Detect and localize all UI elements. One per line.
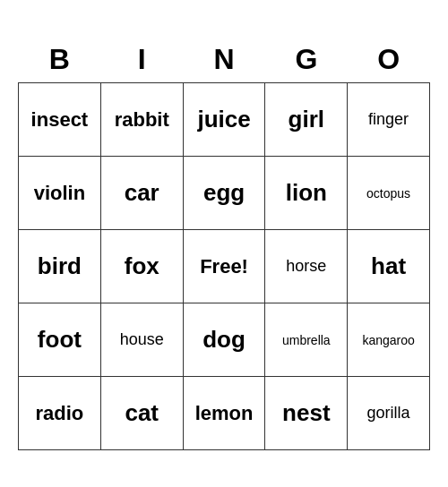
table-row: insectrabbitjuicegirlfinger [19,83,430,157]
bingo-cell-r4-c2: lemon [183,377,265,450]
table-row: foothousedogumbrellakangaroo [19,303,430,377]
bingo-cell-r4-c1: cat [100,377,183,450]
bingo-cell-r1-c4: octopus [348,157,430,230]
bingo-cell-r4-c4: gorilla [348,377,430,450]
bingo-header-B: B [19,37,101,83]
bingo-cell-r3-c2: dog [183,303,265,377]
table-row: radiocatlemonnestgorilla [19,377,430,450]
bingo-cell-r0-c4: finger [348,83,430,157]
bingo-cell-r3-c3: umbrella [265,303,348,377]
bingo-cell-r1-c3: lion [265,157,348,230]
bingo-cell-r3-c1: house [100,303,183,377]
bingo-header-G: G [265,37,348,83]
bingo-header-I: I [100,37,183,83]
bingo-cell-r1-c2: egg [183,157,265,230]
bingo-cell-r2-c0: bird [19,230,101,303]
bingo-cell-r3-c0: foot [19,303,101,377]
bingo-header-N: N [183,37,265,83]
bingo-card: BINGO insectrabbitjuicegirlfingerviolinc… [18,37,430,451]
table-row: violincaregglionoctopus [19,157,430,230]
bingo-cell-r0-c0: insect [19,83,101,157]
bingo-cell-r0-c3: girl [265,83,348,157]
bingo-cell-r1-c1: car [100,157,183,230]
bingo-cell-r0-c2: juice [183,83,265,157]
bingo-cell-r1-c0: violin [19,157,101,230]
bingo-cell-r2-c4: hat [348,230,430,303]
bingo-cell-r4-c3: nest [265,377,348,450]
bingo-cell-r2-c2: Free! [183,230,265,303]
bingo-header-O: O [348,37,430,83]
bingo-cell-r2-c1: fox [100,230,183,303]
bingo-cell-r3-c4: kangaroo [348,303,430,377]
table-row: birdfoxFree!horsehat [19,230,430,303]
bingo-cell-r4-c0: radio [19,377,101,450]
bingo-cell-r2-c3: horse [265,230,348,303]
bingo-cell-r0-c1: rabbit [100,83,183,157]
